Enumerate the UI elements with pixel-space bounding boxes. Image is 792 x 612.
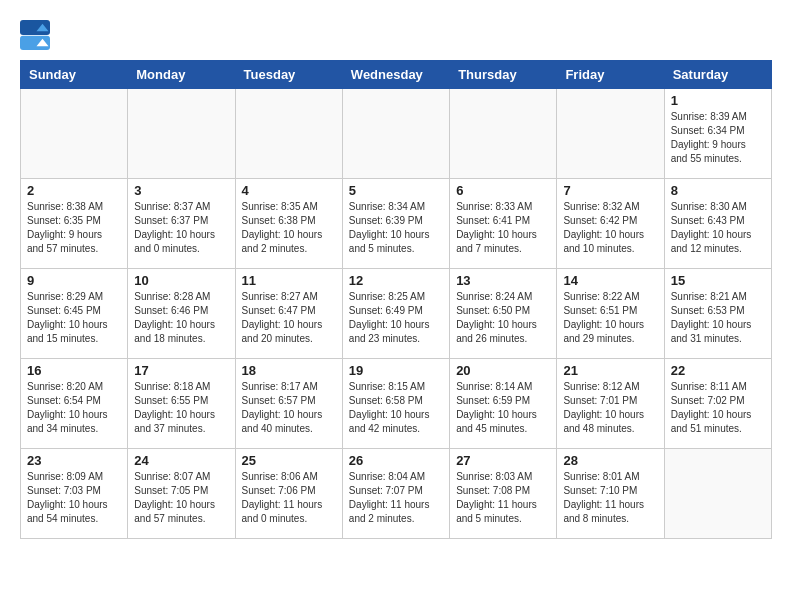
calendar-cell: 1Sunrise: 8:39 AM Sunset: 6:34 PM Daylig… xyxy=(664,89,771,179)
calendar-header-row: SundayMondayTuesdayWednesdayThursdayFrid… xyxy=(21,61,772,89)
calendar-cell xyxy=(450,89,557,179)
day-info: Sunrise: 8:04 AM Sunset: 7:07 PM Dayligh… xyxy=(349,470,443,526)
day-number: 16 xyxy=(27,363,121,378)
week-row-2: 2Sunrise: 8:38 AM Sunset: 6:35 PM Daylig… xyxy=(21,179,772,269)
day-number: 4 xyxy=(242,183,336,198)
day-number: 19 xyxy=(349,363,443,378)
calendar-cell: 12Sunrise: 8:25 AM Sunset: 6:49 PM Dayli… xyxy=(342,269,449,359)
day-info: Sunrise: 8:03 AM Sunset: 7:08 PM Dayligh… xyxy=(456,470,550,526)
day-info: Sunrise: 8:28 AM Sunset: 6:46 PM Dayligh… xyxy=(134,290,228,346)
calendar-cell xyxy=(128,89,235,179)
day-header-sunday: Sunday xyxy=(21,61,128,89)
calendar-cell: 13Sunrise: 8:24 AM Sunset: 6:50 PM Dayli… xyxy=(450,269,557,359)
day-info: Sunrise: 8:35 AM Sunset: 6:38 PM Dayligh… xyxy=(242,200,336,256)
calendar-cell: 25Sunrise: 8:06 AM Sunset: 7:06 PM Dayli… xyxy=(235,449,342,539)
day-info: Sunrise: 8:01 AM Sunset: 7:10 PM Dayligh… xyxy=(563,470,657,526)
day-number: 13 xyxy=(456,273,550,288)
day-info: Sunrise: 8:24 AM Sunset: 6:50 PM Dayligh… xyxy=(456,290,550,346)
week-row-1: 1Sunrise: 8:39 AM Sunset: 6:34 PM Daylig… xyxy=(21,89,772,179)
week-row-3: 9Sunrise: 8:29 AM Sunset: 6:45 PM Daylig… xyxy=(21,269,772,359)
calendar-cell: 4Sunrise: 8:35 AM Sunset: 6:38 PM Daylig… xyxy=(235,179,342,269)
day-info: Sunrise: 8:15 AM Sunset: 6:58 PM Dayligh… xyxy=(349,380,443,436)
day-info: Sunrise: 8:09 AM Sunset: 7:03 PM Dayligh… xyxy=(27,470,121,526)
calendar-cell: 20Sunrise: 8:14 AM Sunset: 6:59 PM Dayli… xyxy=(450,359,557,449)
day-number: 5 xyxy=(349,183,443,198)
calendar-cell: 17Sunrise: 8:18 AM Sunset: 6:55 PM Dayli… xyxy=(128,359,235,449)
day-number: 27 xyxy=(456,453,550,468)
day-number: 23 xyxy=(27,453,121,468)
logo xyxy=(20,20,54,50)
day-number: 15 xyxy=(671,273,765,288)
calendar-cell: 21Sunrise: 8:12 AM Sunset: 7:01 PM Dayli… xyxy=(557,359,664,449)
day-number: 1 xyxy=(671,93,765,108)
calendar-cell: 16Sunrise: 8:20 AM Sunset: 6:54 PM Dayli… xyxy=(21,359,128,449)
day-info: Sunrise: 8:14 AM Sunset: 6:59 PM Dayligh… xyxy=(456,380,550,436)
week-row-5: 23Sunrise: 8:09 AM Sunset: 7:03 PM Dayli… xyxy=(21,449,772,539)
calendar-cell xyxy=(21,89,128,179)
calendar-cell xyxy=(664,449,771,539)
calendar-cell: 9Sunrise: 8:29 AM Sunset: 6:45 PM Daylig… xyxy=(21,269,128,359)
calendar-cell: 10Sunrise: 8:28 AM Sunset: 6:46 PM Dayli… xyxy=(128,269,235,359)
calendar-cell: 18Sunrise: 8:17 AM Sunset: 6:57 PM Dayli… xyxy=(235,359,342,449)
day-header-thursday: Thursday xyxy=(450,61,557,89)
day-number: 2 xyxy=(27,183,121,198)
day-info: Sunrise: 8:29 AM Sunset: 6:45 PM Dayligh… xyxy=(27,290,121,346)
day-number: 3 xyxy=(134,183,228,198)
day-info: Sunrise: 8:20 AM Sunset: 6:54 PM Dayligh… xyxy=(27,380,121,436)
calendar-cell xyxy=(342,89,449,179)
calendar-cell: 3Sunrise: 8:37 AM Sunset: 6:37 PM Daylig… xyxy=(128,179,235,269)
day-number: 8 xyxy=(671,183,765,198)
day-info: Sunrise: 8:17 AM Sunset: 6:57 PM Dayligh… xyxy=(242,380,336,436)
calendar-cell: 23Sunrise: 8:09 AM Sunset: 7:03 PM Dayli… xyxy=(21,449,128,539)
day-number: 9 xyxy=(27,273,121,288)
day-number: 21 xyxy=(563,363,657,378)
calendar-cell: 5Sunrise: 8:34 AM Sunset: 6:39 PM Daylig… xyxy=(342,179,449,269)
day-info: Sunrise: 8:37 AM Sunset: 6:37 PM Dayligh… xyxy=(134,200,228,256)
calendar-cell: 26Sunrise: 8:04 AM Sunset: 7:07 PM Dayli… xyxy=(342,449,449,539)
day-number: 10 xyxy=(134,273,228,288)
day-info: Sunrise: 8:34 AM Sunset: 6:39 PM Dayligh… xyxy=(349,200,443,256)
calendar-cell: 28Sunrise: 8:01 AM Sunset: 7:10 PM Dayli… xyxy=(557,449,664,539)
logo-icon xyxy=(20,20,50,50)
day-info: Sunrise: 8:39 AM Sunset: 6:34 PM Dayligh… xyxy=(671,110,765,166)
calendar-cell xyxy=(557,89,664,179)
day-header-saturday: Saturday xyxy=(664,61,771,89)
calendar-cell xyxy=(235,89,342,179)
calendar-cell: 2Sunrise: 8:38 AM Sunset: 6:35 PM Daylig… xyxy=(21,179,128,269)
calendar-cell: 11Sunrise: 8:27 AM Sunset: 6:47 PM Dayli… xyxy=(235,269,342,359)
day-number: 6 xyxy=(456,183,550,198)
day-info: Sunrise: 8:06 AM Sunset: 7:06 PM Dayligh… xyxy=(242,470,336,526)
calendar-cell: 22Sunrise: 8:11 AM Sunset: 7:02 PM Dayli… xyxy=(664,359,771,449)
calendar-cell: 14Sunrise: 8:22 AM Sunset: 6:51 PM Dayli… xyxy=(557,269,664,359)
day-info: Sunrise: 8:18 AM Sunset: 6:55 PM Dayligh… xyxy=(134,380,228,436)
calendar-cell: 15Sunrise: 8:21 AM Sunset: 6:53 PM Dayli… xyxy=(664,269,771,359)
calendar-cell: 19Sunrise: 8:15 AM Sunset: 6:58 PM Dayli… xyxy=(342,359,449,449)
calendar-cell: 7Sunrise: 8:32 AM Sunset: 6:42 PM Daylig… xyxy=(557,179,664,269)
calendar-cell: 24Sunrise: 8:07 AM Sunset: 7:05 PM Dayli… xyxy=(128,449,235,539)
day-header-tuesday: Tuesday xyxy=(235,61,342,89)
day-number: 11 xyxy=(242,273,336,288)
day-number: 14 xyxy=(563,273,657,288)
day-info: Sunrise: 8:32 AM Sunset: 6:42 PM Dayligh… xyxy=(563,200,657,256)
day-info: Sunrise: 8:38 AM Sunset: 6:35 PM Dayligh… xyxy=(27,200,121,256)
day-info: Sunrise: 8:21 AM Sunset: 6:53 PM Dayligh… xyxy=(671,290,765,346)
day-header-monday: Monday xyxy=(128,61,235,89)
calendar-cell: 6Sunrise: 8:33 AM Sunset: 6:41 PM Daylig… xyxy=(450,179,557,269)
day-number: 22 xyxy=(671,363,765,378)
day-info: Sunrise: 8:22 AM Sunset: 6:51 PM Dayligh… xyxy=(563,290,657,346)
day-info: Sunrise: 8:11 AM Sunset: 7:02 PM Dayligh… xyxy=(671,380,765,436)
day-number: 18 xyxy=(242,363,336,378)
day-info: Sunrise: 8:33 AM Sunset: 6:41 PM Dayligh… xyxy=(456,200,550,256)
day-info: Sunrise: 8:30 AM Sunset: 6:43 PM Dayligh… xyxy=(671,200,765,256)
day-info: Sunrise: 8:07 AM Sunset: 7:05 PM Dayligh… xyxy=(134,470,228,526)
day-number: 24 xyxy=(134,453,228,468)
day-info: Sunrise: 8:12 AM Sunset: 7:01 PM Dayligh… xyxy=(563,380,657,436)
day-number: 17 xyxy=(134,363,228,378)
calendar: SundayMondayTuesdayWednesdayThursdayFrid… xyxy=(20,60,772,539)
day-header-wednesday: Wednesday xyxy=(342,61,449,89)
calendar-cell: 27Sunrise: 8:03 AM Sunset: 7:08 PM Dayli… xyxy=(450,449,557,539)
calendar-cell: 8Sunrise: 8:30 AM Sunset: 6:43 PM Daylig… xyxy=(664,179,771,269)
week-row-4: 16Sunrise: 8:20 AM Sunset: 6:54 PM Dayli… xyxy=(21,359,772,449)
day-number: 28 xyxy=(563,453,657,468)
day-header-friday: Friday xyxy=(557,61,664,89)
